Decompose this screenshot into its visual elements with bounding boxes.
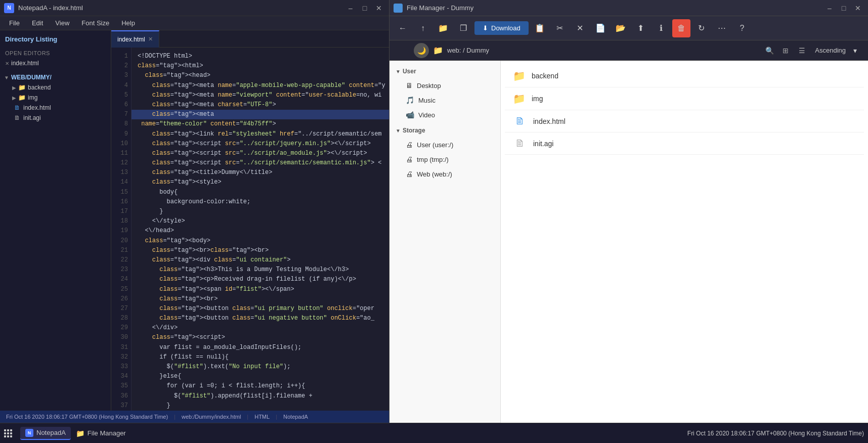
fm-file-name-init: init.agi <box>533 140 856 148</box>
menu-view[interactable]: View <box>50 17 74 29</box>
fm-dark-mode-toggle[interactable]: 🌙 <box>414 43 429 58</box>
fm-nav-user-section: ▼ User 🖥 Desktop 🎵 Music 📹 Video <box>389 65 500 122</box>
drive-icon: 🖨 <box>406 155 413 163</box>
arrow-icon: ▶ <box>12 95 16 101</box>
fm-file-name-img: img <box>532 95 856 103</box>
taskbar: N NotepadA 📁 File Manager Fri Oct 16 202… <box>0 423 868 443</box>
fm-search-button[interactable]: 🔍 <box>762 43 776 58</box>
minimize-button[interactable]: – <box>344 2 357 14</box>
fm-maximize-button[interactable]: □ <box>838 2 850 14</box>
fm-sort-label: Ascending <box>815 47 846 54</box>
fm-open-button[interactable]: ❐ <box>454 19 472 37</box>
fm-nav-tmp-drive[interactable]: 🖨 tmp (tmp:/) <box>392 152 498 166</box>
fm-nav-desktop[interactable]: 🖥 Desktop <box>392 78 498 93</box>
taskbar-filemanager-app[interactable]: 📁 File Manager <box>71 427 131 439</box>
menu-help[interactable]: Help <box>116 17 140 29</box>
fm-up-button[interactable]: ↑ <box>414 19 432 37</box>
fm-close-button[interactable]: ✕ <box>852 2 864 14</box>
editor-tab-index-html[interactable]: index.html ✕ <box>111 30 159 48</box>
fm-info-button[interactable]: ℹ <box>652 19 670 37</box>
fm-file-row-backend[interactable]: 📁 backend <box>505 65 864 87</box>
file-icon: 🗎 <box>14 104 20 111</box>
desktop-icon: 🖥 <box>406 81 413 90</box>
fm-more-button[interactable]: ⋯ <box>713 19 731 37</box>
fm-menu-button[interactable] <box>396 43 410 58</box>
fm-nav-web-drive[interactable]: 🖨 Web (web:/) <box>392 167 498 181</box>
fm-taskbar-icon: 📁 <box>76 429 84 437</box>
fm-grid-view-button[interactable]: ⊞ <box>778 43 793 58</box>
fm-body: ▼ User 🖥 Desktop 🎵 Music 📹 Video <box>389 61 868 423</box>
video-icon: 📹 <box>406 111 414 119</box>
folder-img-label: img <box>28 94 37 101</box>
folder-backend[interactable]: ▶ 📁 backend <box>0 82 111 93</box>
notepad-sidebar: Directory Listing OPEN EDITORS ✕ index.h… <box>0 30 111 411</box>
fm-nav-music[interactable]: 🎵 Music <box>392 93 498 107</box>
arrow-icon: ▼ <box>396 69 401 74</box>
file-init-agi[interactable]: 🗎 init.agi <box>0 113 111 123</box>
fm-cut-button[interactable]: ✂ <box>551 19 569 37</box>
folder-icon: 📁 <box>513 93 526 105</box>
code-content[interactable]: <!DOCTYPE html> class="tag"><html> class… <box>132 48 389 411</box>
fm-nav-storage-header[interactable]: ▼ Storage <box>389 124 500 137</box>
file-index-label: index.html <box>23 104 51 111</box>
maximize-button[interactable]: □ <box>359 2 371 14</box>
window-controls: – □ ✕ <box>344 2 385 14</box>
fm-refresh-button[interactable]: ↻ <box>692 19 711 37</box>
fm-upload-button[interactable]: ⬆ <box>632 19 650 37</box>
status-path: web:/Dummy/index.html <box>182 414 241 420</box>
folder-root[interactable]: ▼ WEB/DUMMY/ <box>0 72 111 82</box>
fm-file-row-index[interactable]: 🗎 index.html <box>505 110 864 132</box>
tab-close-icon[interactable]: ✕ <box>148 36 153 42</box>
fm-nav-video[interactable]: 📹 Video <box>392 108 498 122</box>
open-editor-item[interactable]: ✕ index.html <box>0 58 111 68</box>
fm-cut2-button[interactable]: ✕ <box>571 19 589 37</box>
notepad-editor: index.html ✕ 123456789101112131415161718… <box>111 30 389 411</box>
taskbar-notepad-app[interactable]: N NotepadA <box>20 427 71 440</box>
fm-back-button[interactable]: ← <box>394 19 412 37</box>
fm-nav-user-label: User <box>403 68 416 75</box>
fm-window-title: File Manager - Dummy <box>407 4 823 12</box>
fm-new-folder-button[interactable]: 📂 <box>612 19 630 37</box>
fm-list-view-button[interactable]: ☰ <box>795 43 809 58</box>
open-editors-section: OPEN EDITORS ✕ index.html <box>0 45 111 70</box>
fm-file-name-backend: backend <box>532 72 856 80</box>
menu-edit[interactable]: Edit <box>27 17 48 29</box>
close-button[interactable]: ✕ <box>373 2 385 14</box>
fm-nav-tmp-label: tmp (tmp:/) <box>417 156 449 163</box>
fm-addressbar: 🌙 📁 web: / Dummy 🔍 ⊞ ☰ Ascending ▾ <box>389 40 868 61</box>
editor-tabs: index.html ✕ <box>111 30 389 48</box>
download-label: Download <box>491 24 520 32</box>
fm-browse-button[interactable]: 📁 <box>434 19 452 37</box>
drive-icon: 🖨 <box>406 170 413 178</box>
code-area[interactable]: 1234567891011121314151617181920212223242… <box>111 48 389 411</box>
notepad-menubar: File Edit View Font Size Help <box>0 16 389 30</box>
arrow-icon: ▼ <box>4 75 9 80</box>
fm-minimize-button[interactable]: – <box>823 2 836 14</box>
fm-nav-user-header[interactable]: ▼ User <box>389 65 500 78</box>
fm-file-row-init[interactable]: 🗎 init.agi <box>505 132 864 155</box>
fm-toolbar: ← ↑ 📁 ❐ ⬇ Download 📋 ✂ ✕ 📄 📂 ⬆ ℹ 🗑 ↻ ⋯ ? <box>389 16 868 40</box>
fm-copy-button[interactable]: 📋 <box>531 19 549 37</box>
file-init-label: init.agi <box>23 114 41 121</box>
fm-nav-video-label: Video <box>418 111 435 119</box>
menu-file[interactable]: File <box>4 17 25 29</box>
fm-view-buttons: ⊞ ☰ <box>778 43 809 58</box>
folder-img[interactable]: ▶ 📁 img <box>0 93 111 103</box>
fm-nav-panel: ▼ User 🖥 Desktop 🎵 Music 📹 Video <box>389 61 501 423</box>
editor-close-icon[interactable]: ✕ <box>5 61 9 66</box>
fm-delete-button[interactable]: 🗑 <box>672 19 690 37</box>
fm-nav-user-drive[interactable]: 🖨 User (user:/) <box>392 138 498 152</box>
fm-download-button[interactable]: ⬇ Download <box>474 21 529 35</box>
fm-titlebar: File Manager - Dummy – □ ✕ <box>389 0 868 16</box>
menu-fontsize[interactable]: Font Size <box>76 17 114 29</box>
taskbar-grid-icon[interactable] <box>4 429 12 437</box>
fm-files-panel: 📁 backend 📁 img 🗎 index.html 🗎 init.agi <box>501 61 868 423</box>
file-index-html[interactable]: 🗎 index.html <box>0 103 111 113</box>
fm-nav-storage-label: Storage <box>403 127 425 134</box>
fm-file-row-img[interactable]: 📁 img <box>505 87 864 110</box>
fm-folder-icon: 📁 <box>433 46 443 55</box>
fm-new-file-button[interactable]: 📄 <box>591 19 610 37</box>
fm-help-button[interactable]: ? <box>733 19 751 37</box>
fm-nav-user-drive-label: User (user:/) <box>417 141 453 149</box>
fm-sort-dropdown-button[interactable]: ▾ <box>848 43 862 58</box>
